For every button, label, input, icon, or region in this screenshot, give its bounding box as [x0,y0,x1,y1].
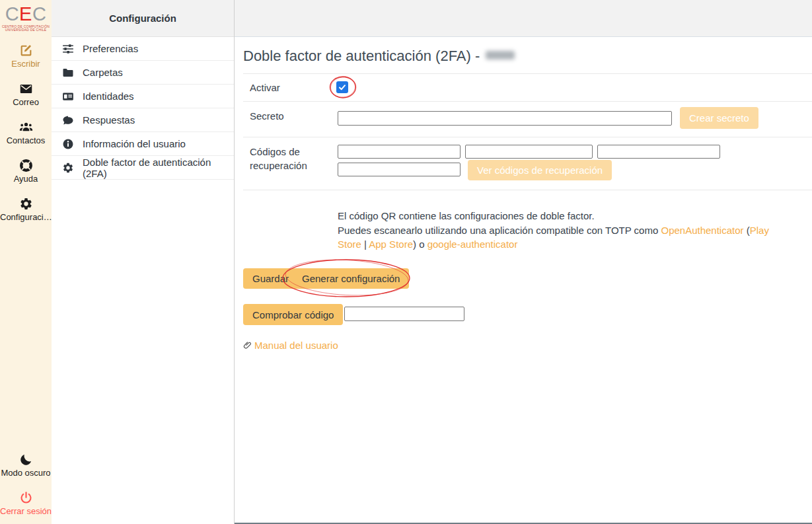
secreto-input[interactable] [338,111,672,126]
taskbar-item-dark-mode[interactable]: Modo oscuro [0,453,52,478]
menu-item-label: Doble factor de autenticación (2FA) [83,157,234,179]
cec-logo-subtitle: CENTRO DE COMPUTACIÓN UNIVERSIDAD DE CHI… [0,25,52,32]
qr-info-line1: El código QR contiene las configuracione… [338,209,794,223]
menu-item-label: Carpetas [83,67,123,78]
divider [243,101,812,102]
recovery-code-input-1[interactable] [338,145,461,159]
activar-label: Activar [250,81,280,94]
cec-logo-text: CEC [0,5,52,24]
qr-info-line2: Puedes escanearlo utilizando una aplicac… [338,223,794,252]
taskbar-item-compose[interactable]: Escribir [0,44,52,69]
menu-item-identidades[interactable]: Identidades [52,85,234,108]
info-icon [62,138,74,150]
divider [243,137,812,137]
recovery-code-input-2[interactable] [465,145,593,159]
codigos-label: Códigos de recuperación [250,145,307,172]
app-store-link[interactable]: App Store [369,239,413,250]
taskbar-item-logout[interactable]: Cerrar sesión [0,491,52,516]
openauthenticator-link[interactable]: OpenAuthenticator [661,225,743,236]
check-icon [338,83,346,91]
lifering-icon [19,159,33,172]
paperclip-icon [243,341,252,350]
compose-icon [19,44,33,57]
menu-item-carpetas[interactable]: Carpetas [52,61,234,85]
menu-item-informacion-usuario[interactable]: Información del usuario [52,132,234,156]
sliders-icon [62,43,74,55]
content-header-bar [235,0,812,37]
taskbar-item-settings[interactable]: Configuraci… [0,197,52,222]
recovery-code-input-4[interactable] [338,163,461,176]
menu-item-label: Información del usuario [83,138,186,149]
redacted-username-blur [486,51,515,59]
id-card-icon [62,91,74,102]
manual-del-usuario-link[interactable]: Manual del usuario [254,340,338,351]
settings-menu-title: Configuración [52,0,234,37]
google-authenticator-link[interactable]: google-authenticator [427,239,518,250]
secreto-label: Secreto [250,109,284,123]
comprobar-codigo-input[interactable] [344,307,464,321]
taskbar-label: Ayuda [0,174,52,184]
cec-logo: CEC CENTRO DE COMPUTACIÓN UNIVERSIDAD DE… [0,5,52,32]
recovery-code-input-3[interactable] [597,145,720,159]
menu-item-doble-factor-2fa[interactable]: Doble factor de autenticación (2FA) [52,156,234,180]
taskbar-label: Configuraci… [0,213,52,222]
divider [243,73,812,74]
gear-icon [19,197,33,211]
menu-item-label: Preferencias [83,43,138,54]
guardar-button[interactable]: Guardar [243,268,298,289]
taskbar-label: Correo [0,98,52,107]
manual-row: Manual del usuario [243,340,338,351]
app-window: CEC CENTRO DE COMPUTACIÓN UNIVERSIDAD DE… [0,0,812,524]
menu-item-preferencias[interactable]: Preferencias [52,37,234,61]
ver-codigos-button[interactable]: Ver códigos de recuperación [468,160,612,180]
activar-checkbox[interactable] [336,81,348,93]
taskbar-label: Modo oscuro [0,468,52,478]
crear-secreto-button[interactable]: Crear secreto [680,107,758,129]
taskbar-label: Contactos [0,136,52,145]
gear-icon [62,162,74,174]
taskbar: CEC CENTRO DE COMPUTACIÓN UNIVERSIDAD DE… [0,0,52,524]
menu-item-label: Respuestas [83,114,135,126]
content-pane: Doble factor de autenticación (2FA) - Ac… [235,0,812,524]
envelope-icon [19,82,33,96]
taskbar-item-help[interactable]: Ayuda [0,159,52,184]
qr-info-text: El código QR contiene las configuracione… [338,209,794,252]
users-icon [19,120,33,134]
menu-item-respuestas[interactable]: Respuestas [52,108,234,132]
settings-menu: Configuración Preferencias Carpetas Iden… [52,0,235,524]
menu-item-label: Identidades [83,91,134,102]
taskbar-item-contacts[interactable]: Contactos [0,120,52,145]
generar-configuracion-button[interactable]: Generar configuración [293,268,409,289]
power-icon [19,491,33,505]
moon-icon [19,453,33,467]
folder-icon [62,67,74,79]
taskbar-item-mail[interactable]: Correo [0,82,52,107]
divider [243,190,812,190]
comment-icon [62,114,74,126]
comprobar-codigo-button[interactable]: Comprobar código [243,304,343,325]
page-title: Doble factor de autenticación (2FA) - [243,48,515,65]
taskbar-label: Escribir [0,59,52,69]
taskbar-label: Cerrar sesión [0,507,52,516]
